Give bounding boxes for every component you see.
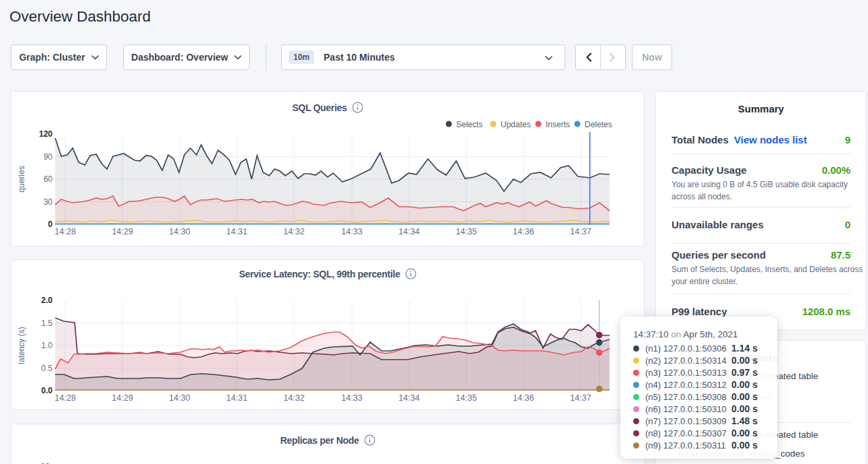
svg-text:14:34: 14:34 bbox=[398, 227, 419, 236]
svg-text:14:29: 14:29 bbox=[112, 227, 133, 236]
svg-text:14:33: 14:33 bbox=[341, 393, 362, 403]
svg-text:90: 90 bbox=[44, 152, 53, 162]
svg-text:14:35: 14:35 bbox=[456, 227, 476, 236]
svg-text:14:28: 14:28 bbox=[55, 393, 75, 403]
svg-text:14:36: 14:36 bbox=[513, 227, 534, 236]
svg-text:0.0: 0.0 bbox=[41, 386, 52, 395]
svg-text:14:28: 14:28 bbox=[55, 227, 75, 236]
svg-text:Selects: Selects bbox=[456, 120, 482, 129]
svg-text:1.5: 1.5 bbox=[41, 319, 52, 328]
svg-text:60: 60 bbox=[44, 174, 53, 184]
svg-text:14:30: 14:30 bbox=[169, 227, 190, 236]
svg-text:14:37: 14:37 bbox=[570, 393, 591, 403]
svg-text:14:36: 14:36 bbox=[513, 393, 534, 403]
svg-text:14:33: 14:33 bbox=[341, 227, 362, 236]
svg-text:queries: queries bbox=[17, 166, 26, 192]
svg-text:0: 0 bbox=[48, 220, 52, 229]
svg-text:1.0: 1.0 bbox=[41, 341, 52, 350]
svg-text:14:30: 14:30 bbox=[169, 393, 190, 403]
svg-text:14:31: 14:31 bbox=[226, 227, 247, 236]
svg-text:14:37: 14:37 bbox=[570, 227, 591, 236]
svg-text:2.0: 2.0 bbox=[41, 296, 52, 305]
svg-text:Inserts: Inserts bbox=[546, 120, 570, 129]
svg-text:30: 30 bbox=[44, 197, 53, 207]
svg-text:latency (s): latency (s) bbox=[17, 327, 26, 364]
svg-text:14:34: 14:34 bbox=[398, 393, 419, 403]
svg-text:Updates: Updates bbox=[501, 120, 531, 129]
svg-text:14:32: 14:32 bbox=[283, 227, 304, 236]
svg-text:120: 120 bbox=[39, 129, 52, 139]
svg-text:14:35: 14:35 bbox=[456, 393, 476, 403]
svg-text:14:32: 14:32 bbox=[283, 393, 304, 403]
svg-text:14:29: 14:29 bbox=[112, 393, 133, 403]
svg-text:Deletes: Deletes bbox=[585, 120, 612, 129]
svg-text:0.5: 0.5 bbox=[41, 364, 52, 373]
svg-text:14:31: 14:31 bbox=[226, 393, 247, 403]
